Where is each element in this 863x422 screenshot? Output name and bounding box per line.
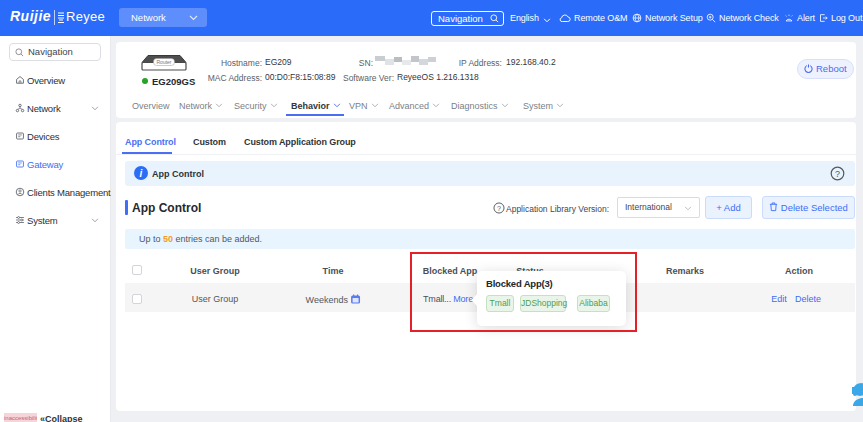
svg-text:?: ?: [835, 169, 840, 179]
svg-text:?: ?: [497, 204, 501, 213]
svg-text:i: i: [140, 168, 143, 179]
svg-text:Router: Router: [156, 59, 171, 65]
